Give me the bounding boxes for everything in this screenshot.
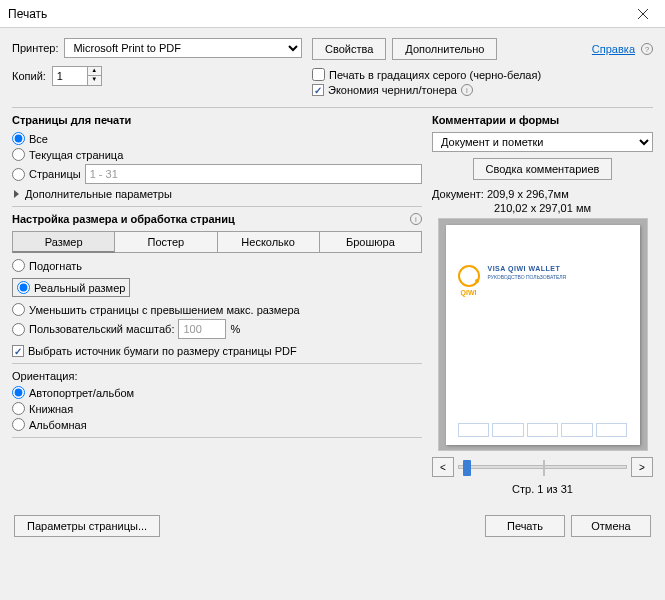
help-link[interactable]: Справка [592, 43, 635, 55]
radio-range[interactable] [12, 168, 25, 181]
page-indicator: Стр. 1 из 31 [432, 483, 653, 495]
label-custom: Пользовательский масштаб: [29, 323, 174, 335]
tab-size[interactable]: Размер [12, 231, 115, 253]
copies-label: Копий: [12, 70, 46, 82]
copies-spinner[interactable]: ▲▼ [52, 66, 102, 86]
properties-button[interactable]: Свойства [312, 38, 386, 60]
sizing-title: Настройка размера и обработка страниц [12, 213, 235, 225]
wallet-sub: РУКОВОДСТВО ПОЛЬЗОВАТЕЛЯ [488, 274, 567, 280]
radio-auto[interactable] [12, 386, 25, 399]
ink-label: Экономия чернил/тонера [328, 84, 457, 96]
label-portrait: Книжная [29, 403, 73, 415]
printer-select[interactable]: Microsoft Print to PDF [64, 38, 302, 58]
copies-input[interactable] [53, 67, 87, 85]
doc-dims: Документ: 209,9 x 296,7мм [432, 188, 653, 200]
sizing-help-icon[interactable]: i [410, 213, 422, 225]
paper-dims: 210,02 x 297,01 мм [432, 202, 653, 214]
radio-all[interactable] [12, 132, 25, 145]
radio-landscape[interactable] [12, 418, 25, 431]
percent-label: % [230, 323, 240, 335]
titlebar: Печать [0, 0, 665, 28]
spin-down[interactable]: ▼ [87, 76, 101, 85]
radio-fit[interactable] [12, 259, 25, 272]
help-icon[interactable]: ? [641, 43, 653, 55]
cancel-button[interactable]: Отмена [571, 515, 651, 537]
radio-portrait[interactable] [12, 402, 25, 415]
paper-source-checkbox[interactable]: ✓ [12, 345, 24, 357]
label-landscape: Альбомная [29, 419, 87, 431]
radio-actual[interactable] [17, 281, 30, 294]
grayscale-label: Печать в градациях серого (черно-белая) [329, 69, 541, 81]
printer-label: Принтер: [12, 42, 58, 54]
paper-source-label: Выбрать источник бумаги по размеру стран… [28, 345, 297, 357]
grayscale-checkbox[interactable] [312, 68, 325, 81]
preview-box [492, 423, 524, 437]
preview-box [596, 423, 628, 437]
radio-current[interactable] [12, 148, 25, 161]
tab-multiple[interactable]: Несколько [218, 231, 320, 253]
custom-scale-input[interactable] [178, 319, 226, 339]
spin-up[interactable]: ▲ [87, 67, 101, 76]
pages-title: Страницы для печати [12, 114, 422, 126]
expand-icon[interactable] [14, 190, 19, 198]
label-shrink: Уменьшить страницы с превышением макс. р… [29, 304, 300, 316]
close-icon [638, 9, 648, 19]
slider-thumb[interactable] [463, 460, 471, 476]
qiwi-logo-icon [458, 265, 480, 287]
tab-booklet[interactable]: Брошюра [320, 231, 422, 253]
wallet-title: VISA QIWI WALLET [488, 265, 567, 272]
page-setup-button[interactable]: Параметры страницы... [14, 515, 160, 537]
print-button[interactable]: Печать [485, 515, 565, 537]
preview-area: QIWI VISA QIWI WALLET РУКОВОДСТВО ПОЛЬЗО… [438, 218, 648, 451]
more-params[interactable]: Дополнительные параметры [25, 188, 172, 200]
preview-box [458, 423, 490, 437]
label-auto: Автопортрет/альбом [29, 387, 134, 399]
label-all: Все [29, 133, 48, 145]
label-fit: Подогнать [29, 260, 82, 272]
label-range: Страницы [29, 168, 81, 180]
comments-select[interactable]: Документ и пометки [432, 132, 653, 152]
preview-page: QIWI VISA QIWI WALLET РУКОВОДСТВО ПОЛЬЗО… [446, 225, 640, 445]
page-slider[interactable] [458, 465, 627, 469]
advanced-button[interactable]: Дополнительно [392, 38, 497, 60]
radio-custom[interactable] [12, 323, 25, 336]
preview-box [561, 423, 593, 437]
radio-shrink[interactable] [12, 303, 25, 316]
range-input[interactable] [85, 164, 422, 184]
summary-button[interactable]: Сводка комментариев [473, 158, 613, 180]
ink-checkbox[interactable]: ✓ [312, 84, 324, 96]
window-title: Печать [8, 7, 47, 21]
preview-box [527, 423, 559, 437]
label-actual: Реальный размер [34, 282, 125, 294]
label-current: Текущая страница [29, 149, 123, 161]
ink-help-icon[interactable]: i [461, 84, 473, 96]
qiwi-label: QIWI [458, 289, 480, 296]
close-button[interactable] [621, 0, 665, 28]
next-page-button[interactable]: > [631, 457, 653, 477]
tab-poster[interactable]: Постер [115, 231, 217, 253]
comments-title: Комментарии и формы [432, 114, 653, 126]
orientation-title: Ориентация: [12, 370, 422, 382]
prev-page-button[interactable]: < [432, 457, 454, 477]
